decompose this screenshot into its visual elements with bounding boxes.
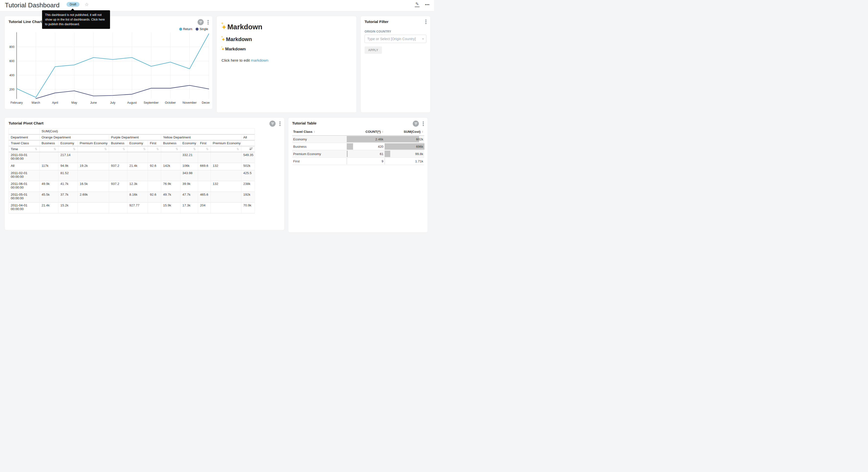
pivot-cell: 343.98 <box>181 170 198 181</box>
tutorial-table: Travel Class▲▼COUNT(*)▲▼SUM(Cost)▲▼Econo… <box>292 128 424 165</box>
sort-icon[interactable]: ⇅ <box>206 147 209 151</box>
sum-cell: 696k <box>384 143 424 150</box>
pivot-group-header: All <box>241 135 255 140</box>
sort-icon[interactable]: ⇅ <box>54 147 56 151</box>
legend-label: Return <box>183 27 192 31</box>
legend-label: Single <box>199 27 208 31</box>
sort-icon[interactable]: ⇅ <box>143 147 146 151</box>
origin-country-label: ORIGIN COUNTRY <box>365 30 391 33</box>
sort-icon[interactable]: ⇅ <box>237 147 239 151</box>
x-axis-label: June <box>90 101 97 105</box>
pivot-cell: 238k <box>241 181 255 192</box>
pivot-cell: 927.77 <box>127 203 148 213</box>
table-row: Business420696k <box>292 143 424 150</box>
pivot-department-label: Department <box>9 135 40 140</box>
pivot-cell <box>109 203 127 213</box>
pivot-row-label: 2011-03-0100:00:00 <box>9 152 40 163</box>
pivot-corner-empty <box>9 129 40 135</box>
count-cell: 2.46k <box>346 136 384 143</box>
markdown-panel: ✦✧Markdown ✦✧Markdown ✦✧Markdown Click h… <box>216 16 357 113</box>
line-chart-svg: FebruaryMarchAprilMayJuneJulyAugustSepte… <box>8 32 210 106</box>
pivot-sort-cell: ⇅ <box>40 146 58 152</box>
pivot-cell: 92.6 <box>148 163 161 170</box>
x-axis-label: December <box>202 101 210 105</box>
legend-item[interactable]: Return <box>179 27 192 31</box>
pivot-cell: 465.6 <box>198 192 211 203</box>
pivot-time-label: Time⇅ <box>9 146 40 152</box>
pivot-kebab-menu[interactable] <box>279 121 281 126</box>
sort-icon[interactable]: ⇅ <box>156 147 159 151</box>
pivot-cell <box>109 152 127 163</box>
pivot-row: 2011-02-0100:00:0081.52343.98425.5 <box>9 170 255 181</box>
line-chart-panel: Tutorial Line Chart ReturnSingle Februar… <box>4 16 213 109</box>
pivot-metric-header: SUM(Cost) <box>40 129 255 135</box>
sort-icon[interactable]: ⇅ <box>123 147 125 151</box>
pivot-cell <box>78 152 109 163</box>
series-single <box>36 85 209 98</box>
pivot-cell: 204 <box>198 203 211 213</box>
x-axis-label: July <box>110 101 116 105</box>
sort-icon[interactable]: ⇅ <box>193 147 196 151</box>
more-menu-icon[interactable]: ••• <box>425 2 430 7</box>
pivot-cell: 669.6 <box>198 163 211 170</box>
sort-icon[interactable]: ⇅ <box>73 147 75 151</box>
edit-markdown-link[interactable]: markdown <box>251 58 269 62</box>
sum-cell: 99.8k <box>384 150 424 157</box>
pivot-chart-title: Tutorial Pivot Chart <box>8 121 43 125</box>
table-column-header[interactable]: COUNT(*)▲▼ <box>346 128 384 136</box>
apply-button[interactable]: APPLY <box>365 47 382 54</box>
pivot-cell <box>40 152 58 163</box>
pivot-cell: 81.52 <box>58 170 78 181</box>
chart-kebab-menu[interactable] <box>207 20 209 25</box>
applied-filters-icon[interactable] <box>197 19 204 25</box>
line-chart-title: Tutorial Line Chart <box>8 20 42 24</box>
filter-kebab-menu[interactable] <box>425 19 427 25</box>
draft-badge[interactable]: Draft <box>66 2 80 7</box>
x-axis-label: March <box>32 101 40 105</box>
legend-item[interactable]: Single <box>196 27 208 31</box>
pivot-cell <box>211 203 241 213</box>
pivot-cell: 132 <box>211 181 241 192</box>
legend-dot-icon <box>179 28 182 31</box>
pivot-cell <box>161 152 181 163</box>
pivot-cell: 8.16k <box>127 192 148 203</box>
pivot-cell: 15.9k <box>161 203 181 213</box>
pivot-cell: 70.9k <box>241 203 255 213</box>
pivot-cell: 41.7k <box>58 181 78 192</box>
pivot-row: 2011-03-0100:00:00217.14332.21549.35 <box>9 152 255 163</box>
pivot-row-label: 2011-02-0100:00:00 <box>9 170 40 181</box>
table-column-header[interactable]: Travel Class▲▼ <box>292 128 346 136</box>
sum-cell: 602k <box>384 136 424 143</box>
travel-class-cell: Economy <box>292 136 346 143</box>
pivot-cell <box>148 152 161 163</box>
applied-filters-icon[interactable] <box>413 121 419 127</box>
count-cell: 61 <box>346 150 384 157</box>
pivot-cell: 502k <box>241 163 255 170</box>
pivot-travelclass-label: Travel Class <box>9 140 40 146</box>
sort-carets-icon: ▲▼ <box>314 130 315 133</box>
pivot-sort-cell: ⇅ <box>198 146 211 152</box>
pivot-column-header: Business <box>161 140 181 146</box>
sort-icon[interactable]: ⇅ <box>35 147 37 151</box>
applied-filters-icon[interactable] <box>270 121 276 127</box>
data-table-title: Tutorial Table <box>292 121 316 125</box>
pivot-cell <box>211 192 241 203</box>
travel-class-cell: First <box>292 157 346 165</box>
pivot-cell: 21.4k <box>127 163 148 170</box>
table-kebab-menu[interactable] <box>422 121 424 126</box>
pivot-cell: 217.14 <box>58 152 78 163</box>
legend-dot-icon <box>196 28 198 31</box>
sort-icon[interactable]: ⇅ <box>176 147 178 151</box>
edit-dashboard-button[interactable]: ✎ <box>415 2 420 7</box>
pivot-cell <box>148 203 161 213</box>
table-column-header[interactable]: SUM(Cost)▲▼ <box>384 128 424 136</box>
sort-descending-icon[interactable] <box>249 147 253 150</box>
sort-icon[interactable]: ⇅ <box>104 147 107 151</box>
y-axis-label: 200 <box>9 88 14 91</box>
favorite-star-icon[interactable]: ☆ <box>85 2 89 7</box>
pivot-chart-panel: Tutorial Pivot Chart SUM(Cost)Department… <box>4 117 285 230</box>
origin-country-select[interactable]: Type or Select [Origin Country] ▾ <box>365 35 427 43</box>
travel-class-cell: Business <box>292 143 346 150</box>
pivot-sort-cell: ⇅ <box>78 146 109 152</box>
pivot-cell <box>78 203 109 213</box>
